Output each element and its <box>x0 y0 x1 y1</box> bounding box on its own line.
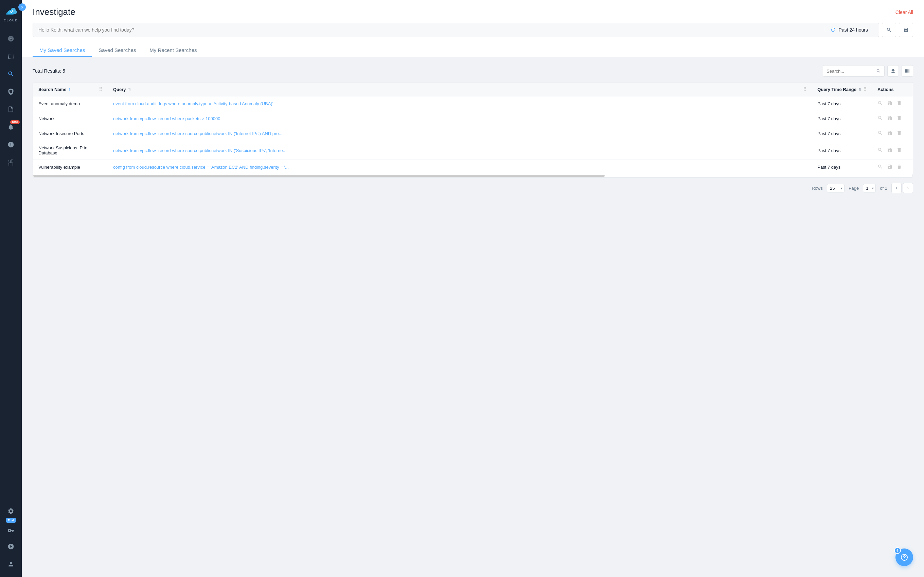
run-search-icon-0[interactable] <box>877 100 883 107</box>
horizontal-scrollbar[interactable] <box>33 174 913 177</box>
prev-page-button[interactable]: ‹ <box>892 183 901 193</box>
cell-search-name-3: Network Suspicious IP to Database <box>33 141 108 160</box>
tab-saved-searches[interactable]: Saved Searches <box>92 44 143 57</box>
cell-query-2: network from vpc.flow_record where sourc… <box>108 126 812 141</box>
drag-handle-search-name[interactable]: ⠿ <box>99 87 102 92</box>
rows-label: Rows <box>812 186 823 191</box>
table-row: Vulnerability example config from cloud.… <box>33 160 913 175</box>
sidebar-expand-btn[interactable] <box>18 3 26 11</box>
save-icon-3[interactable] <box>887 147 892 154</box>
sidebar-logo[interactable]: CLOUD <box>0 0 22 27</box>
rows-per-page-select[interactable]: 25 50 100 <box>827 184 845 192</box>
cell-time-range-0: Past 7 days <box>812 97 872 111</box>
delete-icon-1[interactable] <box>897 115 902 122</box>
sidebar-item-investigate[interactable] <box>0 65 22 83</box>
rows-select-wrapper[interactable]: 25 50 100 <box>827 184 845 192</box>
cell-actions-2 <box>872 126 913 141</box>
page-title: Investigate <box>32 7 76 17</box>
query-link-4[interactable]: config from cloud.resource where cloud.s… <box>113 164 289 170</box>
clock-icon: ⏱ <box>830 27 836 33</box>
sidebar-item-monitoring[interactable] <box>0 538 22 555</box>
sidebar-nav: 1889 <box>0 27 22 502</box>
help-button[interactable]: 6 <box>895 548 913 566</box>
sidebar-item-settings[interactable] <box>0 502 22 520</box>
col-search-name[interactable]: Search Name ↑ ⠿ <box>33 82 108 97</box>
save-icon-4[interactable] <box>887 164 892 170</box>
save-icon-2[interactable] <box>887 131 892 137</box>
query-link-0[interactable]: event from cloud.audit_logs where anomal… <box>113 101 273 106</box>
results-count: Total Results: 5 <box>32 68 65 74</box>
cell-actions-0 <box>872 97 913 111</box>
sidebar-item-notifications[interactable] <box>0 136 22 153</box>
page-select[interactable]: 1 <box>863 184 876 192</box>
table-row: Network Suspicious IP to Database networ… <box>33 141 913 160</box>
delete-icon-2[interactable] <box>897 131 902 137</box>
col-query[interactable]: Query ⇅ ⠿ <box>108 82 812 97</box>
query-link-1[interactable]: network from vpc.flow_record where packe… <box>113 116 220 121</box>
table-row: Network network from vpc.flow_record whe… <box>33 111 913 126</box>
sidebar-item-dashboard[interactable] <box>0 30 22 48</box>
search-button[interactable] <box>882 23 896 37</box>
table-row: Event anomaly demo event from cloud.audi… <box>33 97 913 111</box>
pagination-nav: ‹ › <box>892 183 913 193</box>
cell-actions-3 <box>872 141 913 160</box>
query-link-3[interactable]: network from vpc.flow_record where sourc… <box>113 148 286 153</box>
next-page-button[interactable]: › <box>903 183 913 193</box>
download-button[interactable] <box>887 65 899 77</box>
columns-button[interactable] <box>901 65 913 77</box>
col-time-range[interactable]: Query Time Range ⇅ ⠿ <box>812 82 872 97</box>
table-search-input[interactable] <box>827 69 874 74</box>
delete-icon-0[interactable] <box>897 100 902 107</box>
sidebar-item-user[interactable] <box>0 555 22 573</box>
drag-handle-time-range[interactable]: ⠿ <box>863 87 867 92</box>
cell-time-range-1: Past 7 days <box>812 111 872 126</box>
cell-actions-4 <box>872 160 913 175</box>
sidebar-item-rules[interactable] <box>0 48 22 65</box>
sidebar-item-alerts[interactable]: 1889 <box>0 118 22 136</box>
time-filter[interactable]: ⏱ Past 24 hours <box>825 27 873 33</box>
sidebar-item-shield[interactable] <box>0 83 22 100</box>
sidebar-item-reports[interactable] <box>0 100 22 118</box>
main-search-input[interactable] <box>39 27 825 32</box>
cell-search-name-0: Event anomaly demo <box>33 97 108 111</box>
col-actions: Actions <box>872 82 913 97</box>
action-icons-0 <box>877 100 907 107</box>
save-search-button[interactable] <box>899 23 913 37</box>
sort-asc-icon: ↑ <box>68 87 70 92</box>
run-search-icon-3[interactable] <box>877 147 883 154</box>
page-select-wrapper[interactable]: 1 <box>863 184 876 192</box>
sidebar: CLOUD <box>0 0 22 577</box>
sidebar-item-trial[interactable]: Trial <box>0 520 22 538</box>
header-top: Investigate Clear All <box>32 7 913 17</box>
content-area: Total Results: 5 <box>22 57 924 577</box>
drag-handle-query[interactable]: ⠿ <box>803 87 806 92</box>
alerts-badge: 1889 <box>10 120 20 124</box>
cell-time-range-3: Past 7 days <box>812 141 872 160</box>
sort-both-icon-query: ⇅ <box>128 87 131 91</box>
table-row: Network Insecure Ports network from vpc.… <box>33 126 913 141</box>
svg-point-0 <box>10 38 12 40</box>
clear-all-button[interactable]: Clear All <box>895 10 913 15</box>
cell-search-name-1: Network <box>33 111 108 126</box>
table-search[interactable] <box>823 65 885 77</box>
cell-query-0: event from cloud.audit_logs where anomal… <box>108 97 812 111</box>
run-search-icon-4[interactable] <box>877 164 883 170</box>
of-label: of 1 <box>880 186 887 191</box>
sidebar-item-books[interactable] <box>0 153 22 171</box>
run-search-icon-2[interactable] <box>877 131 883 137</box>
save-icon-0[interactable] <box>887 100 892 107</box>
save-icon-1[interactable] <box>887 115 892 122</box>
delete-icon-3[interactable] <box>897 147 902 154</box>
run-search-icon-1[interactable] <box>877 115 883 122</box>
content-header: Total Results: 5 <box>32 65 913 77</box>
delete-icon-4[interactable] <box>897 164 902 170</box>
header: Investigate Clear All ⏱ Past 24 hours <box>22 0 924 57</box>
table-header-row: Search Name ↑ ⠿ Query ⇅ ⠿ <box>33 82 913 97</box>
tab-recent-searches[interactable]: My Recent Searches <box>143 44 204 57</box>
pagination: Rows 25 50 100 Page 1 of 1 ‹ › <box>32 183 913 193</box>
tab-my-saved-searches[interactable]: My Saved Searches <box>32 44 92 57</box>
cell-query-3: network from vpc.flow_record where sourc… <box>108 141 812 160</box>
query-link-2[interactable]: network from vpc.flow_record where sourc… <box>113 131 282 136</box>
main-search-bar[interactable]: ⏱ Past 24 hours <box>32 23 879 37</box>
help-badge: 6 <box>894 547 901 554</box>
